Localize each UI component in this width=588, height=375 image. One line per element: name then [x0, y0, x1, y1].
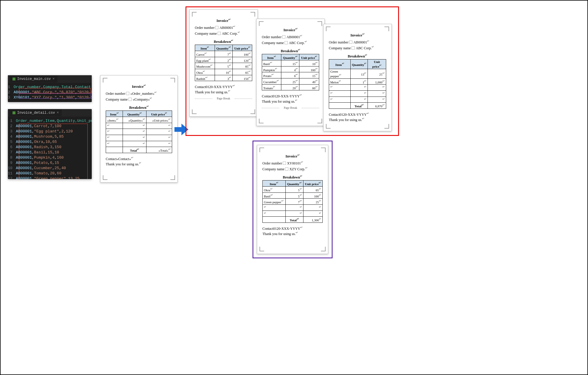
table-row: Melon↵1↵1,000↵ — [329, 78, 386, 85]
table-row: ↵↵↵ — [263, 204, 323, 211]
editor-tab[interactable]: Invoice_main.csv × — [10, 76, 57, 83]
editor-invoice-main: Invoice_main.csv × 1 2 3 Order_number,Co… — [8, 75, 92, 102]
diagram-canvas: Invoice_main.csv × 1 2 3 Order_number,Co… — [0, 0, 588, 375]
table-row: Green pepper↵7↵25↵ — [263, 199, 323, 205]
table-row: Basil↵15↵10↵ — [262, 60, 319, 66]
line-gutter: 1 2 3 — [8, 83, 13, 102]
breakdown-table: Item↵ Quantity↵ Unit price↵ «Item»↵«Quan… — [106, 111, 172, 153]
table-row: Basil↵5↵160↵ — [263, 192, 323, 199]
file-icon — [13, 111, 15, 114]
table-row: Tomato↵20↵60↵ — [262, 84, 319, 90]
tab-label: Invoice_detail.csv — [17, 110, 55, 115]
code-area[interactable]: Order_number,Company,Total,Contact AB000… — [13, 83, 92, 102]
close-icon[interactable]: × — [57, 110, 59, 115]
template-page: Invoice↵ Order number«Order_number»↵ Com… — [100, 75, 178, 183]
page-title: Invoice↵ — [106, 84, 172, 89]
close-icon[interactable]: × — [52, 76, 54, 82]
table-row: Carrot↵7↵100↵ — [195, 51, 252, 57]
table-row: ↵↵↵ — [263, 211, 323, 217]
table-row: Egg plant↵2↵120↵ — [195, 57, 252, 63]
table-row: Pumpkin↵4↵160↵ — [262, 66, 319, 72]
svg-marker-0 — [174, 124, 188, 135]
editor-tabbar: Invoice_detail.csv × — [8, 109, 92, 117]
breakdown-table: Item↵Quantity↵Unit price↵ Carrot↵7↵100↵E… — [195, 45, 252, 81]
table-row: Cucumber↵25↵40↵ — [262, 78, 319, 84]
invoice-page-xyz-1: Invoice↵ Order numberXY00101↵ Company na… — [257, 145, 328, 254]
table-row: Green pepper↵13↵25↵ — [329, 69, 386, 78]
line-gutter: 1 2 3 4 5 6 7 8 9 10 11 12 13 14 15 16 — [8, 117, 15, 179]
table-row: ↵↵↵ — [329, 85, 386, 91]
editor-tabbar: Invoice_main.csv × — [8, 75, 92, 83]
table-row: Potato↵6↵15↵ — [262, 72, 319, 78]
table-row: Radish↵3↵150↵ — [195, 75, 252, 81]
tab-label: Invoice_main.csv — [17, 76, 51, 82]
editor-invoice-detail: Invoice_detail.csv × 1 2 3 4 5 6 7 8 9 1… — [8, 109, 92, 179]
invoice-page-abc-2: Invoice↵ Order numberAB00001↵ Company na… — [256, 19, 325, 126]
table-row: ↵↵↵ — [329, 97, 386, 103]
invoice-page-abc-1: Invoice↵ Order numberAB00001↵ Company na… — [189, 9, 258, 117]
arrow-icon — [174, 123, 188, 136]
file-icon — [13, 78, 15, 80]
page-break: Page Break — [195, 97, 252, 100]
table-row: Mushroom↵5↵85↵ — [195, 63, 252, 69]
invoice-page-abc-3: Invoice↵ Order numberAB00001↵ Company na… — [323, 24, 392, 131]
table-row: ↵↵↵ — [329, 90, 386, 97]
table-row: Okra↵10↵65↵ — [195, 69, 252, 75]
editor-tab[interactable]: Invoice_detail.csv × — [10, 109, 62, 116]
table-row: Okra↵5↵65↵ — [263, 186, 323, 192]
code-area[interactable]: Order_number,Item,Quantity,Unit_price AB… — [15, 117, 92, 179]
